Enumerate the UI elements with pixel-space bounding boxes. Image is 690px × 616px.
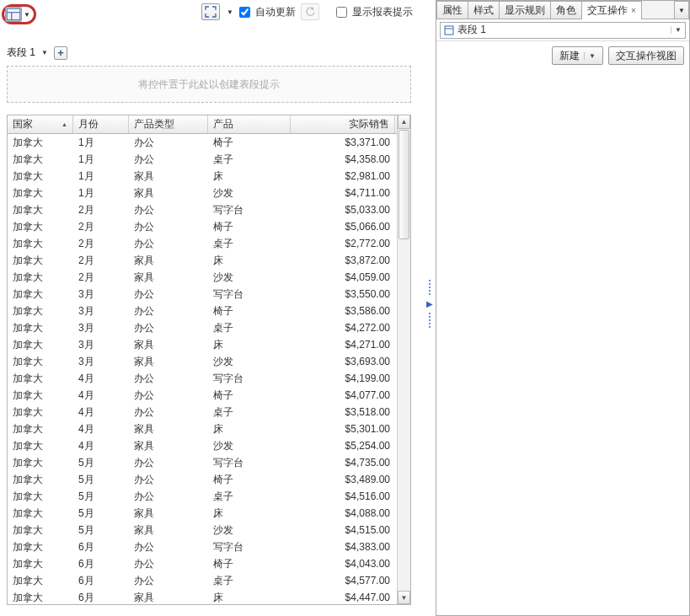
cell-product: 床 <box>208 336 291 353</box>
scroll-up-button[interactable]: ▲ <box>398 115 410 129</box>
column-header-month[interactable]: 月份 <box>73 115 129 133</box>
cell-category: 家具 <box>129 168 208 185</box>
vertical-scrollbar[interactable]: ▲ ▼ <box>397 115 410 604</box>
chevron-down-icon[interactable]: ▼ <box>584 52 596 60</box>
cell-category: 家具 <box>129 252 208 269</box>
cell-category: 办公 <box>129 572 208 589</box>
tabs-overflow-button[interactable]: ▼ <box>674 1 689 19</box>
tab-interactions[interactable]: 交互操作× <box>581 1 642 19</box>
cell-country: 加拿大 <box>8 420 73 437</box>
table-row[interactable]: 加拿大4月办公桌子$3,518.00 <box>8 404 397 420</box>
table-row[interactable]: 加拿大3月办公桌子$4,272.00 <box>8 319 397 336</box>
table-row[interactable]: 加拿大6月办公椅子$4,043.00 <box>8 555 397 572</box>
add-section-button[interactable]: + <box>54 46 67 60</box>
table-row[interactable]: 加拿大5月家具床$4,088.00 <box>8 505 397 522</box>
table-row[interactable]: 加拿大5月办公写字台$4,735.00 <box>8 454 397 471</box>
tab-styles[interactable]: 样式 <box>468 1 500 19</box>
cell-sales: $4,358.00 <box>291 151 395 168</box>
cell-country: 加拿大 <box>8 303 73 319</box>
cell-sales: $3,586.00 <box>291 303 395 319</box>
cell-month: 1月 <box>73 134 129 151</box>
object-selector[interactable]: 表段 1 ▼ <box>440 22 686 39</box>
auto-update-checkbox[interactable] <box>239 7 250 18</box>
scrollbar-thumb[interactable] <box>398 130 409 239</box>
table-row[interactable]: 加拿大2月办公椅子$5,066.00 <box>8 218 397 235</box>
chevron-down-icon[interactable]: ▼ <box>226 8 234 16</box>
tab-interactions-label: 交互操作 <box>587 3 628 18</box>
chevron-down-icon[interactable]: ▼ <box>671 26 682 34</box>
table-row[interactable]: 加拿大3月家具床$4,271.00 <box>8 336 397 353</box>
cell-category: 办公 <box>129 134 208 151</box>
table-row[interactable]: 加拿大3月办公写字台$3,550.00 <box>8 286 397 303</box>
cell-product: 椅子 <box>208 134 291 151</box>
cell-sales: $4,043.00 <box>291 555 395 572</box>
table-row[interactable]: 加拿大2月办公写字台$5,033.00 <box>8 201 397 218</box>
dropzone-text: 将控件置于此处以创建表段提示 <box>138 78 280 92</box>
cell-product: 椅子 <box>208 555 291 572</box>
tab-roles[interactable]: 角色 <box>550 1 582 19</box>
new-button[interactable]: 新建▼ <box>552 46 603 65</box>
table-row[interactable]: 加拿大6月家具床$4,447.00 <box>8 589 397 604</box>
table-row[interactable]: 加拿大2月家具沙发$4,059.00 <box>8 269 397 286</box>
cell-month: 1月 <box>73 185 129 201</box>
cell-month: 3月 <box>73 286 129 303</box>
cell-sales: $3,693.00 <box>291 353 395 370</box>
table-row[interactable]: 加拿大3月办公椅子$3,586.00 <box>8 303 397 319</box>
cell-month: 5月 <box>73 505 129 522</box>
cell-category: 家具 <box>129 269 208 286</box>
table-row[interactable]: 加拿大2月家具床$3,872.00 <box>8 252 397 269</box>
table-row[interactable]: 加拿大2月办公桌子$2,772.00 <box>8 235 397 252</box>
table-row[interactable]: 加拿大3月家具沙发$3,693.00 <box>8 353 397 370</box>
table-row[interactable]: 加拿大4月办公写字台$4,199.00 <box>8 370 397 387</box>
show-prompt-checkbox[interactable] <box>336 7 347 18</box>
column-header-sales[interactable]: 实际销售 <box>291 115 395 133</box>
fullscreen-button[interactable] <box>201 3 220 20</box>
interaction-view-button[interactable]: 交互操作视图 <box>608 46 684 65</box>
table-row[interactable]: 加拿大1月家具沙发$4,711.00 <box>8 185 397 201</box>
cell-country: 加拿大 <box>8 471 73 488</box>
cell-country: 加拿大 <box>8 370 73 387</box>
right-panel-tabs: 属性 样式 显示规则 角色 交互操作× ▼ <box>436 1 689 19</box>
table-row[interactable]: 加拿大4月家具床$5,301.00 <box>8 420 397 437</box>
scroll-down-button[interactable]: ▼ <box>398 591 410 604</box>
cell-category: 办公 <box>129 201 208 218</box>
column-header-country[interactable]: 国家 <box>8 115 73 133</box>
chevron-down-icon[interactable]: ▼ <box>23 11 31 19</box>
table-row[interactable]: 加拿大5月办公椅子$3,489.00 <box>8 471 397 488</box>
cell-category: 家具 <box>129 185 208 201</box>
interaction-view-label: 交互操作视图 <box>616 49 677 63</box>
table-row[interactable]: 加拿大4月办公椅子$4,077.00 <box>8 387 397 404</box>
table-row[interactable]: 加拿大4月家具沙发$5,254.00 <box>8 437 397 454</box>
cell-sales: $4,077.00 <box>291 387 395 404</box>
cell-month: 6月 <box>73 589 129 604</box>
cell-sales: $3,550.00 <box>291 286 395 303</box>
cell-month: 4月 <box>73 387 129 404</box>
chevron-down-icon[interactable]: ▼ <box>39 49 51 56</box>
column-header-category[interactable]: 产品类型 <box>129 115 208 133</box>
cell-month: 1月 <box>73 151 129 168</box>
table-row[interactable]: 加拿大1月办公桌子$4,358.00 <box>8 151 397 168</box>
table-row[interactable]: 加拿大6月办公桌子$4,577.00 <box>8 572 397 589</box>
table-row[interactable]: 加拿大1月办公椅子$3,371.00 <box>8 134 397 151</box>
cell-sales: $5,254.00 <box>291 437 395 454</box>
tab-display-rules[interactable]: 显示规则 <box>499 1 551 19</box>
section-prompt-dropzone[interactable]: 将控件置于此处以创建表段提示 <box>7 66 411 103</box>
cell-month: 3月 <box>73 303 129 319</box>
object-selector-label: 表段 1 <box>457 23 486 37</box>
column-header-product[interactable]: 产品 <box>208 115 291 133</box>
tab-properties[interactable]: 属性 <box>436 1 468 19</box>
section-button-group[interactable]: ▼ <box>2 4 36 24</box>
close-icon[interactable]: × <box>631 6 636 15</box>
table-body: 加拿大1月办公椅子$3,371.00加拿大1月办公桌子$4,358.00加拿大1… <box>8 134 397 604</box>
table-row[interactable]: 加拿大6月办公写字台$4,383.00 <box>8 538 397 555</box>
cell-product: 写字台 <box>208 454 291 471</box>
panel-splitter[interactable]: ▶ <box>425 270 435 337</box>
new-button-label: 新建 <box>559 49 580 63</box>
table-row[interactable]: 加拿大5月办公桌子$4,516.00 <box>8 488 397 505</box>
table-row[interactable]: 加拿大1月家具床$2,981.00 <box>8 168 397 185</box>
refresh-button[interactable] <box>301 3 319 20</box>
cell-sales: $4,088.00 <box>291 505 395 522</box>
table-row[interactable]: 加拿大5月家具沙发$4,515.00 <box>8 522 397 538</box>
cell-product: 桌子 <box>208 488 291 505</box>
section-icon[interactable] <box>5 7 22 22</box>
